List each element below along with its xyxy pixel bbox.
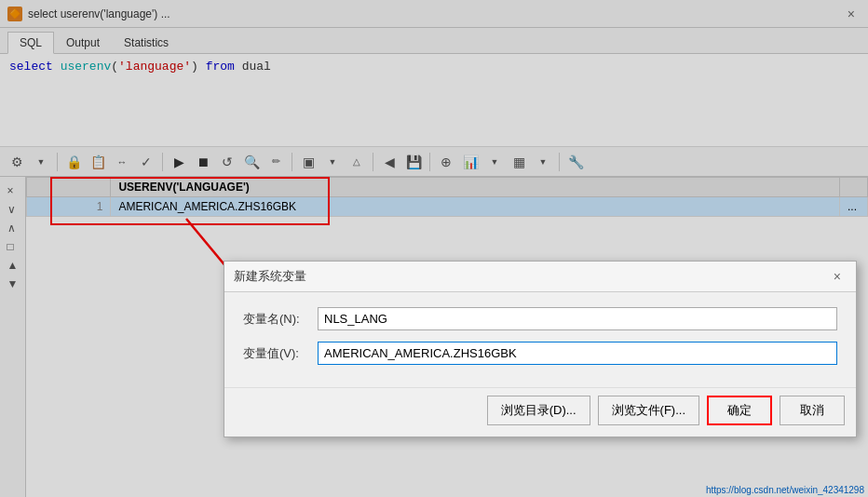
dialog-title-text: 新建系统变量 (234, 268, 306, 285)
browse-file-button[interactable]: 浏览文件(F)... (598, 396, 699, 425)
browse-dir-button[interactable]: 浏览目录(D)... (487, 396, 590, 425)
var-value-label: 变量值(V): (243, 345, 318, 362)
cancel-button[interactable]: 取消 (780, 396, 845, 425)
var-name-input[interactable] (318, 307, 837, 330)
dialog-close-button[interactable]: × (828, 267, 847, 286)
dialog-title-bar: 新建系统变量 × (224, 262, 856, 292)
dialog-button-bar: 浏览目录(D)... 浏览文件(F)... 确定 取消 (224, 387, 856, 437)
var-value-row: 变量值(V): (243, 342, 837, 365)
dialog-body: 变量名(N): 变量值(V): (224, 292, 856, 387)
var-value-input[interactable] (318, 342, 837, 365)
ok-button[interactable]: 确定 (707, 396, 772, 425)
var-name-label: 变量名(N): (243, 311, 318, 328)
var-name-row: 变量名(N): (243, 307, 837, 330)
new-env-var-dialog: 新建系统变量 × 变量名(N): 变量值(V): 浏览目录(D)... 浏览文件… (224, 261, 857, 437)
